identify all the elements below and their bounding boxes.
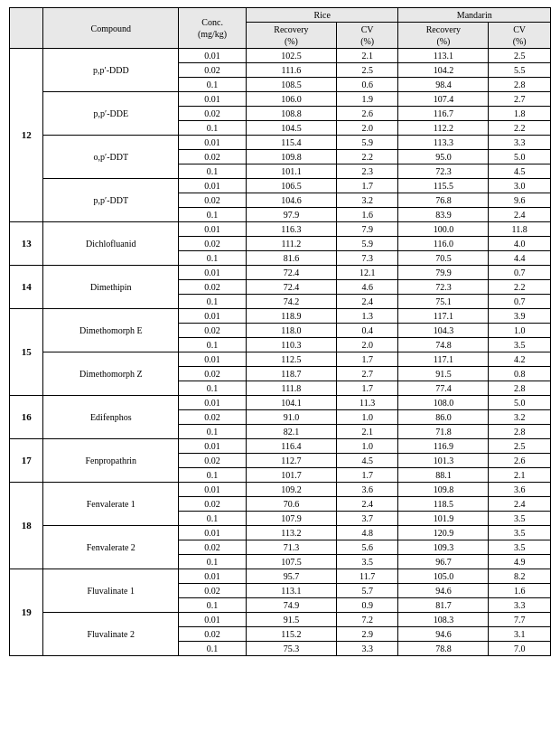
header-man-cv: CV(%) xyxy=(489,23,551,49)
man-recovery: 107.4 xyxy=(398,92,489,107)
table-row: 17Fenpropathrin0.01116.41.0116.92.5 xyxy=(10,439,551,454)
conc-value: 0.1 xyxy=(179,121,247,136)
rice-cv: 4.6 xyxy=(336,280,398,295)
man-recovery: 108.3 xyxy=(398,613,489,627)
table-row: p,p′-DDT0.01106.51.7115.53.0 xyxy=(10,179,551,193)
compound-name: Fluvalinate 1 xyxy=(43,569,179,613)
rice-cv: 4.5 xyxy=(336,454,398,468)
conc-value: 0.1 xyxy=(179,251,247,266)
conc-value: 0.01 xyxy=(179,526,247,540)
man-recovery: 109.8 xyxy=(398,483,489,497)
rice-recovery: 109.8 xyxy=(247,150,337,164)
man-cv: 5.0 xyxy=(489,396,551,410)
man-recovery: 83.9 xyxy=(398,208,489,222)
conc-value: 0.01 xyxy=(179,352,247,367)
conc-value: 0.02 xyxy=(179,150,247,164)
compound-name: Fenvalerate 2 xyxy=(43,526,179,569)
man-recovery: 104.2 xyxy=(398,63,489,78)
rice-recovery: 118.0 xyxy=(247,324,337,338)
conc-value: 0.02 xyxy=(179,410,247,425)
man-recovery: 72.3 xyxy=(398,280,489,295)
conc-value: 0.1 xyxy=(179,208,247,222)
man-cv: 2.4 xyxy=(489,208,551,222)
rice-recovery: 106.5 xyxy=(247,179,337,193)
conc-value: 0.01 xyxy=(179,396,247,410)
man-recovery: 101.3 xyxy=(398,454,489,468)
rice-cv: 1.7 xyxy=(336,179,398,193)
conc-value: 0.01 xyxy=(179,136,247,150)
man-cv: 2.8 xyxy=(489,381,551,396)
rice-cv: 2.1 xyxy=(336,49,398,63)
header-group xyxy=(10,8,43,49)
rice-recovery: 109.2 xyxy=(247,483,337,497)
rice-recovery: 104.1 xyxy=(247,396,337,410)
man-recovery: 71.8 xyxy=(398,425,489,439)
rice-cv: 2.1 xyxy=(336,425,398,439)
table-body: 12p,p′-DDD0.01102.52.1113.12.50.02111.62… xyxy=(10,49,551,656)
compound-name: p,p′-DDD xyxy=(43,49,179,92)
compound-name: Edifenphos xyxy=(43,396,179,439)
conc-value: 0.01 xyxy=(179,439,247,454)
conc-value: 0.1 xyxy=(179,78,247,92)
compound-name: p,p′-DDT xyxy=(43,179,179,222)
man-recovery: 117.1 xyxy=(398,309,489,324)
rice-recovery: 113.2 xyxy=(247,526,337,540)
conc-value: 0.01 xyxy=(179,179,247,193)
conc-value: 0.02 xyxy=(179,584,247,598)
rice-cv: 3.3 xyxy=(336,642,398,656)
conc-value: 0.02 xyxy=(179,454,247,468)
rice-recovery: 107.5 xyxy=(247,555,337,569)
man-cv: 2.8 xyxy=(489,78,551,92)
rice-recovery: 102.5 xyxy=(247,49,337,63)
man-cv: 0.7 xyxy=(489,295,551,309)
compound-name: Dimethomorph E xyxy=(43,309,179,352)
rice-cv: 0.6 xyxy=(336,78,398,92)
man-cv: 7.7 xyxy=(489,613,551,627)
man-recovery: 91.5 xyxy=(398,367,489,381)
compound-name: Fenvalerate 1 xyxy=(43,483,179,526)
conc-value: 0.1 xyxy=(179,555,247,569)
group-number: 17 xyxy=(10,439,43,483)
rice-recovery: 74.9 xyxy=(247,598,337,613)
rice-cv: 1.7 xyxy=(336,352,398,367)
man-recovery: 116.9 xyxy=(398,439,489,454)
rice-cv: 1.7 xyxy=(336,381,398,396)
conc-value: 0.02 xyxy=(179,280,247,295)
header-conc: Conc.(mg/kg) xyxy=(179,8,247,49)
compound-name: o,p′-DDT xyxy=(43,136,179,179)
group-number: 13 xyxy=(10,222,43,266)
conc-value: 0.1 xyxy=(179,598,247,613)
rice-cv: 2.2 xyxy=(336,150,398,164)
conc-value: 0.02 xyxy=(179,324,247,338)
table-row: 19Fluvalinate 10.0195.711.7105.08.2 xyxy=(10,569,551,584)
compound-name: Dichlofluanid xyxy=(43,222,179,266)
conc-value: 0.01 xyxy=(179,92,247,107)
rice-recovery: 106.0 xyxy=(247,92,337,107)
rice-cv: 2.7 xyxy=(336,367,398,381)
conc-value: 0.02 xyxy=(179,367,247,381)
table-row: 13Dichlofluanid0.01116.37.9100.011.8 xyxy=(10,222,551,237)
rice-cv: 3.6 xyxy=(336,483,398,497)
conc-value: 0.02 xyxy=(179,497,247,512)
rice-cv: 7.9 xyxy=(336,222,398,237)
rice-cv: 3.7 xyxy=(336,512,398,526)
rice-recovery: 72.4 xyxy=(247,280,337,295)
header-row-1: Compound Conc.(mg/kg) Rice Mandarin xyxy=(10,8,551,23)
man-recovery: 88.1 xyxy=(398,468,489,483)
rice-recovery: 108.5 xyxy=(247,78,337,92)
man-cv: 8.2 xyxy=(489,569,551,584)
man-recovery: 116.7 xyxy=(398,107,489,121)
table-row: 16Edifenphos0.01104.111.3108.05.0 xyxy=(10,396,551,410)
conc-value: 0.01 xyxy=(179,266,247,280)
man-cv: 1.6 xyxy=(489,584,551,598)
man-recovery: 118.5 xyxy=(398,497,489,512)
man-cv: 3.1 xyxy=(489,627,551,642)
rice-recovery: 115.2 xyxy=(247,627,337,642)
conc-value: 0.1 xyxy=(179,164,247,179)
rice-cv: 2.5 xyxy=(336,63,398,78)
header-rice-rec: Recovery(%) xyxy=(247,23,337,49)
man-cv: 2.2 xyxy=(489,121,551,136)
conc-value: 0.02 xyxy=(179,237,247,251)
rice-recovery: 111.6 xyxy=(247,63,337,78)
man-cv: 9.6 xyxy=(489,193,551,208)
